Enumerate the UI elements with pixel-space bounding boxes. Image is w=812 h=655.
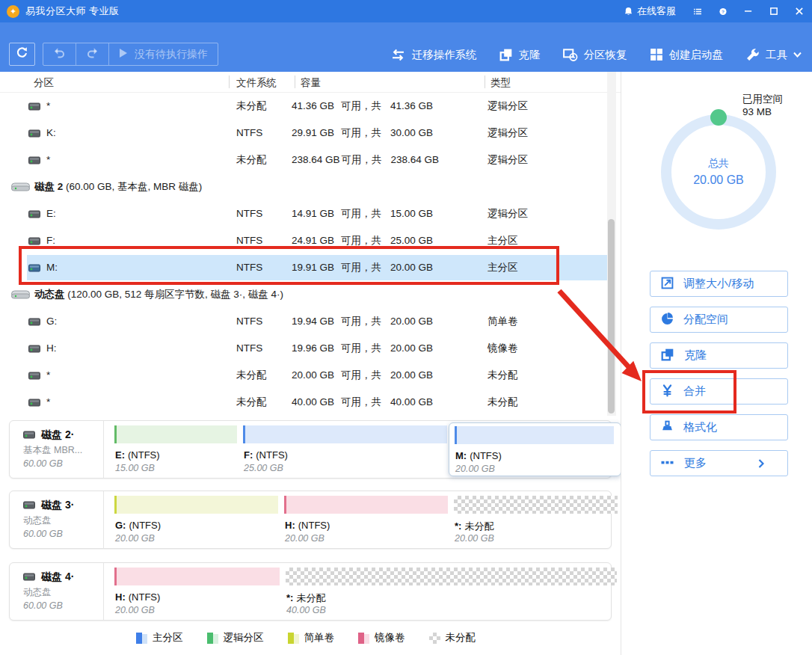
- minimize-button[interactable]: [736, 0, 761, 22]
- disk-card: 磁盘 4·动态盘60.00 GBH:(NTFS)20.00 GB*:未分配40.…: [9, 562, 612, 621]
- table-row[interactable]: G:NTFS19.94 GB可用，共20.00 GB简单卷: [0, 308, 621, 335]
- scrollbar-thumb[interactable]: [608, 219, 615, 413]
- drive-icon: [28, 129, 40, 138]
- partition-filesystem: NTFS: [236, 335, 262, 362]
- table-row[interactable]: H:NTFS19.96 GB可用，共20.00 GB镜像卷: [0, 335, 621, 362]
- table-row[interactable]: F:NTFS24.91 GB可用，共25.00 GB主分区: [0, 227, 621, 254]
- nav-label: 工具: [766, 48, 787, 62]
- partition-capacity: 41.36 GB可用，共41.36 GB: [292, 93, 433, 120]
- partition-type: 主分区: [487, 227, 518, 254]
- table-row[interactable]: *未分配40.00 GB可用，共40.00 GB未分配: [0, 389, 621, 416]
- clone-icon: [661, 348, 684, 363]
- table-row[interactable]: K:NTFS29.91 GB可用，共30.00 GB逻辑分区: [0, 120, 621, 147]
- table-header: 分区 文件系统 容量 类型: [0, 72, 621, 93]
- refresh-button[interactable]: [9, 43, 35, 66]
- toolbar: 没有待执行操作 迁移操作系统克隆分区恢复创建启动盘工具: [0, 22, 812, 72]
- disk-stack-icon: [11, 182, 30, 192]
- partition-block[interactable]: *:未分配20.00 GB: [454, 496, 618, 545]
- partition-block[interactable]: H:(NTFS)20.00 GB: [114, 568, 280, 617]
- table-row-selected[interactable]: M:NTFS19.91 GB可用，共20.00 GB主分区: [0, 254, 621, 281]
- partition-block[interactable]: *:未分配40.00 GB: [286, 568, 617, 617]
- partition-block[interactable]: G:(NTFS)20.00 GB: [114, 496, 278, 545]
- partition-name: G:: [46, 308, 57, 335]
- capacity-free: 24.91 GB: [292, 227, 339, 254]
- partition-block[interactable]: F:(NTFS)25.00 GB: [243, 425, 447, 475]
- resize-move-button[interactable]: 调整大小/移动: [650, 271, 788, 297]
- used-space-dot: [710, 109, 727, 126]
- column-header-type: 类型: [490, 76, 511, 90]
- disk-group-detail: (60.00 GB, 基本盘, MBR 磁盘): [66, 181, 202, 192]
- drive-icon: [28, 264, 40, 272]
- svg-text:?: ?: [722, 8, 725, 13]
- partition-recovery-icon: [563, 48, 578, 61]
- disk-group-row[interactable]: 动态盘 (120.00 GB, 512 每扇区字节数, 磁盘 3·, 磁盘 4·…: [0, 281, 621, 308]
- disk-group-detail: (120.00 GB, 512 每扇区字节数, 磁盘 3·, 磁盘 4·): [67, 289, 283, 300]
- table-row[interactable]: *未分配238.64 GB可用，共238.64 GB逻辑分区: [0, 147, 621, 173]
- capacity-free: 19.94 GB: [292, 308, 339, 335]
- partition-block-label: G:(NTFS): [115, 520, 161, 531]
- app-logo-icon: ✦: [7, 5, 19, 18]
- merge-button[interactable]: 合并: [650, 378, 788, 405]
- more-icon: [661, 456, 684, 471]
- nav-clone[interactable]: 克隆: [499, 48, 541, 62]
- drive-icon: [28, 345, 40, 353]
- partition-filesystem: NTFS: [236, 227, 262, 254]
- capacity-separator: 可用，共: [341, 120, 381, 147]
- capacity-free: 29.91 GB: [292, 120, 339, 147]
- nav-tools[interactable]: 工具: [745, 48, 802, 62]
- partition-name: H:: [46, 335, 57, 362]
- maximize-button[interactable]: [761, 0, 787, 22]
- format-button[interactable]: 格式化: [650, 414, 788, 440]
- disk-size: 60.00 GB: [23, 458, 103, 469]
- action-button-label: 格式化: [683, 420, 717, 434]
- partition-block-label: F:(NTFS): [244, 449, 288, 461]
- partition-bar: [284, 496, 448, 514]
- execute-operations-button[interactable]: 没有待执行操作: [108, 43, 218, 65]
- redo-button[interactable]: [76, 43, 108, 65]
- allocate-space-button[interactable]: 分配空间: [650, 307, 788, 333]
- legend-swatch: [429, 633, 440, 644]
- partition-block-selected[interactable]: M:(NTFS)20.00 GB: [449, 422, 621, 476]
- disk-name: 磁盘 3·: [23, 499, 103, 512]
- partition-block[interactable]: E:(NTFS)15.00 GB: [114, 425, 237, 475]
- disk-size: 60.00 GB: [23, 600, 103, 611]
- disk-group-row[interactable]: 磁盘 2 (60.00 GB, 基本盘, MBR 磁盘): [0, 173, 621, 200]
- disk-subtype: 动态盘: [23, 586, 103, 599]
- capacity-free: 238.64 GB: [292, 147, 340, 173]
- table-row[interactable]: *未分配41.36 GB可用，共41.36 GB逻辑分区: [0, 93, 621, 120]
- capacity-total: 20.00 GB: [390, 254, 433, 281]
- undo-button[interactable]: [43, 43, 76, 65]
- pending-operations-label: 没有待执行操作: [135, 48, 208, 61]
- column-header-capacity: 容量: [301, 76, 321, 90]
- partition-capacity: 238.64 GB可用，共238.64 GB: [292, 147, 439, 173]
- partition-block[interactable]: H:(NTFS)20.00 GB: [284, 496, 448, 545]
- nav-partition-recovery[interactable]: 分区恢复: [563, 48, 627, 62]
- partition-type: 逻辑分区: [487, 93, 528, 120]
- partition-block-size: 15.00 GB: [115, 463, 155, 473]
- table-row[interactable]: *未分配20.00 GB可用，共20.00 GB未分配: [0, 362, 621, 389]
- capacity-separator: 可用，共: [341, 308, 381, 335]
- help-button[interactable]: ?: [710, 0, 736, 22]
- partition-block-size: 20.00 GB: [455, 533, 494, 544]
- partition-capacity: 20.00 GB可用，共20.00 GB: [292, 362, 433, 389]
- space-donut-chart: 总共 20.00 GB: [661, 114, 776, 230]
- clone-button[interactable]: 克隆: [650, 342, 788, 369]
- partition-filesystem: NTFS: [236, 308, 262, 335]
- nav-create-bootable[interactable]: 创建启动盘: [650, 48, 724, 62]
- nav-migrate-os[interactable]: 迁移操作系统: [390, 48, 477, 62]
- capacity-total: 15.00 GB: [390, 200, 433, 227]
- partition-bar: [114, 425, 237, 443]
- migrate-os-icon: [390, 49, 406, 61]
- partition-capacity: 19.96 GB可用，共20.00 GB: [292, 335, 433, 362]
- online-service-button[interactable]: 在线客服: [615, 0, 685, 22]
- more-button[interactable]: 更多: [650, 450, 788, 476]
- capacity-free: 41.36 GB: [292, 93, 339, 120]
- partition-table: *未分配41.36 GB可用，共41.36 GB逻辑分区K:NTFS29.91 …: [0, 93, 621, 416]
- partition-bar: [114, 496, 278, 514]
- table-row[interactable]: E:NTFS14.91 GB可用，共15.00 GB逻辑分区: [0, 200, 621, 227]
- menu-list-button[interactable]: [685, 0, 710, 22]
- close-button[interactable]: [787, 0, 812, 22]
- legend-item-primary: 主分区: [136, 631, 183, 645]
- capacity-separator: 可用，共: [341, 335, 381, 362]
- partition-type: 逻辑分区: [487, 147, 528, 173]
